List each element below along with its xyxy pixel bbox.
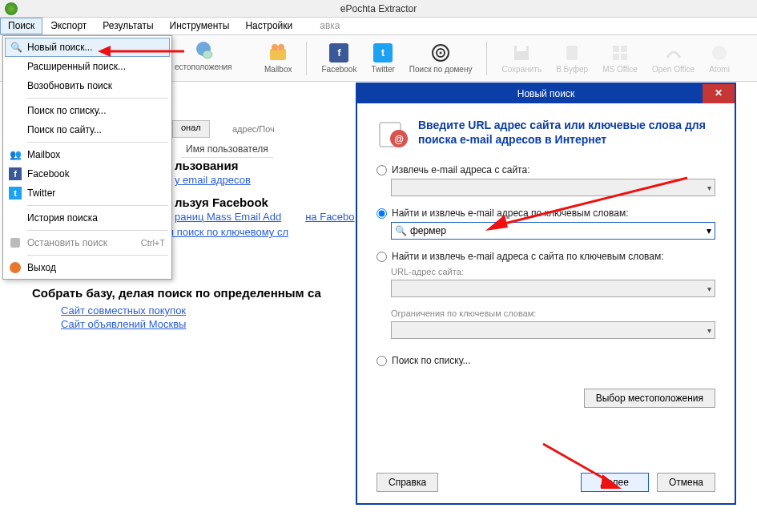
column-header-username: Имя пользователя	[181, 141, 273, 158]
facebook-icon: f	[328, 42, 349, 63]
chevron-down-icon: ▾	[707, 284, 711, 293]
menu-item-search-by-site[interactable]: Поиск по сайту...	[5, 120, 170, 139]
ribbon-clipboard[interactable]: В Буфер	[556, 42, 588, 74]
chevron-down-icon: ▾	[707, 225, 711, 236]
twitter-icon: t	[8, 186, 22, 200]
chevron-down-icon: ▾	[707, 183, 711, 192]
target-icon	[430, 42, 451, 63]
svg-rect-14	[621, 54, 627, 60]
tab-personal[interactable]: онал	[172, 120, 210, 138]
svg-text:@: @	[394, 134, 404, 145]
svg-point-7	[440, 52, 442, 54]
menu-export[interactable]: Экспорт	[42, 18, 95, 34]
menu-item-new-search[interactable]: 🔍 Новый поиск...	[5, 38, 170, 57]
keyword-value: фермер	[410, 225, 446, 236]
atomic-icon	[709, 42, 730, 63]
site-url-field: ▾	[391, 179, 715, 196]
clipboard-icon	[562, 42, 582, 63]
menu-results[interactable]: Результаты	[95, 18, 161, 34]
stop-icon	[8, 236, 22, 250]
option-by-list[interactable]: Поиск по списку...	[376, 355, 715, 366]
menu-separator	[27, 98, 168, 99]
option-extract-from-site[interactable]: Извлечь e-mail адреса с сайта:	[376, 164, 715, 175]
menu-separator	[27, 230, 168, 231]
menu-separator	[27, 255, 168, 256]
magnifier-icon: 🔍	[9, 40, 23, 54]
menu-item-resume-search[interactable]: Возобновить поиск	[5, 76, 170, 95]
facebook-icon: f	[8, 167, 22, 181]
radio-extract-from-site[interactable]	[376, 165, 387, 175]
radio-site-plus-keywords[interactable]	[376, 252, 387, 262]
ribbon-separator	[306, 42, 307, 75]
menu-item-stop-search: Остановить поиск Ctrl+T	[5, 233, 170, 252]
ribbon-twitter[interactable]: t Twitter	[371, 42, 394, 74]
menu-search[interactable]: Поиск	[0, 18, 42, 34]
ribbon-mailbox[interactable]: Mailbox	[264, 42, 292, 74]
ribbon-atomic[interactable]: Atomi	[709, 42, 730, 74]
svg-rect-10	[566, 46, 578, 60]
dialog-close-button[interactable]: ✕	[703, 84, 735, 103]
keyword-limit-combo[interactable]: ▾	[391, 321, 715, 339]
menu-fragment: авка	[312, 18, 348, 34]
tab-strip: онал	[172, 120, 210, 138]
dialog-title-text: Новый поиск	[517, 88, 575, 99]
svg-rect-11	[613, 46, 619, 52]
msoffice-icon	[610, 42, 630, 63]
menu-item-mailbox[interactable]: 👥 Mailbox	[5, 145, 170, 164]
menu-item-exit[interactable]: Выход	[5, 258, 170, 277]
svg-rect-12	[621, 46, 627, 52]
ribbon-separator	[486, 42, 487, 75]
svg-rect-9	[517, 46, 526, 51]
keyword-input-combo[interactable]: 🔍 фермер ▾	[391, 222, 715, 240]
app-title: ePochta Extractor	[340, 3, 417, 14]
ribbon-domain-search[interactable]: Поиск по домену	[409, 42, 473, 74]
magnifier-icon: 🔍	[395, 225, 407, 236]
next-button[interactable]: Далее	[581, 473, 649, 492]
menu-separator	[27, 142, 168, 143]
link-mass-email[interactable]: раниц Mass Email Add	[175, 211, 281, 223]
menu-item-search-by-list[interactable]: Поиск по списку...	[5, 101, 170, 120]
menu-item-advanced-search[interactable]: Расширенный поиск...	[5, 57, 170, 76]
option-site-plus-keywords[interactable]: Найти и извлечь e-mail адреса с сайта по…	[376, 251, 715, 262]
people-icon: 👥	[8, 147, 22, 162]
svg-rect-2	[270, 49, 286, 60]
ribbon-msoffice[interactable]: MS Office	[602, 42, 638, 74]
ribbon-locations[interactable]: естоположения	[175, 40, 232, 71]
address-hint: адрес/Поч	[232, 124, 275, 134]
svg-point-1	[203, 50, 212, 58]
new-search-dialog: Новый поиск ✕ @ Введите URL адрес сайта …	[356, 83, 736, 505]
svg-point-3	[272, 44, 278, 50]
ribbon-facebook[interactable]: f Facebook	[321, 42, 356, 74]
save-icon	[511, 42, 532, 63]
site-keywords-url-combo[interactable]: ▾	[391, 280, 715, 297]
menu-settings[interactable]: Настройки	[237, 18, 300, 34]
radio-by-keywords[interactable]	[376, 208, 387, 219]
help-button[interactable]: Справка	[376, 473, 438, 492]
menu-separator	[27, 205, 168, 206]
menu-tools[interactable]: Инструменты	[162, 18, 238, 34]
ribbon-openoffice[interactable]: Open Office	[652, 42, 695, 74]
dialog-head-icon: @	[376, 118, 409, 150]
menu-item-facebook[interactable]: f Facebook	[5, 164, 170, 183]
site-url-combo[interactable]: ▾	[391, 179, 715, 196]
twitter-icon: t	[372, 42, 393, 63]
menu-item-twitter[interactable]: t Twitter	[5, 183, 170, 203]
svg-rect-13	[613, 54, 619, 60]
dialog-heading: Введите URL адрес сайта или ключевые сло…	[418, 118, 715, 150]
svg-point-4	[278, 44, 284, 50]
menubar: Поиск Экспорт Результаты Инструменты Нас…	[0, 18, 757, 35]
radio-by-list[interactable]	[376, 356, 387, 366]
mailbox-icon	[268, 42, 288, 63]
dialog-titlebar: Новый поиск ✕	[357, 84, 735, 103]
menu-item-history[interactable]: История поиска	[5, 208, 170, 228]
option-by-keywords[interactable]: Найти и извлечь e-mail адреса по ключевы…	[376, 208, 715, 219]
cancel-button[interactable]: Отмена	[657, 473, 715, 492]
location-button[interactable]: Выбор местоположения	[584, 389, 715, 408]
openoffice-icon	[663, 42, 684, 63]
ribbon-save[interactable]: Сохранить	[501, 42, 542, 74]
svg-point-15	[712, 46, 727, 60]
sublabel-limit: Ограничения по ключевым словам:	[391, 308, 715, 318]
search-dropdown-menu: 🔍 Новый поиск... Расширенный поиск... Во…	[2, 35, 172, 280]
sublabel-url: URL-адрес сайта:	[391, 267, 715, 276]
link-on-facebook[interactable]: на Facebo	[305, 211, 354, 223]
